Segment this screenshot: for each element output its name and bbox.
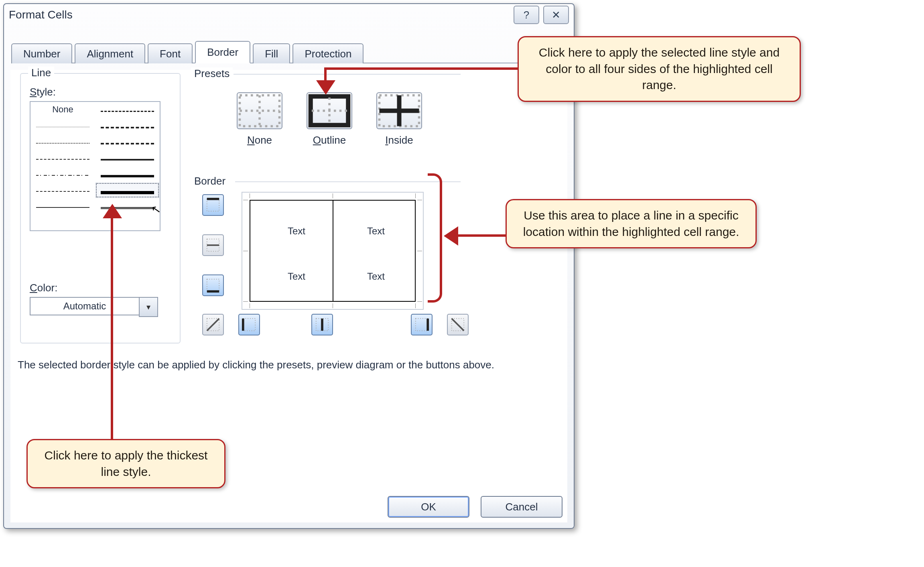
explanation-text: The selected border style can be applied… <box>18 359 560 371</box>
arrowhead-outline <box>316 80 335 95</box>
border-right-icon <box>414 317 429 332</box>
preset-inside-icon <box>377 93 421 128</box>
help-icon: ? <box>524 9 529 21</box>
close-button[interactable]: ✕ <box>543 6 569 24</box>
tab-number[interactable]: Number <box>11 43 72 63</box>
preset-outline-icon <box>307 93 351 128</box>
svg-rect-9 <box>207 199 219 211</box>
arrowhead-border <box>444 226 458 246</box>
preset-none-button[interactable] <box>237 92 282 129</box>
border-top-button[interactable] <box>202 194 224 216</box>
window-buttons: ? ✕ <box>514 6 569 24</box>
line-style-thick[interactable] <box>95 166 160 182</box>
tab-font[interactable]: Font <box>148 43 193 63</box>
border-bottom-icon <box>205 278 221 293</box>
line-style-hairline[interactable] <box>30 118 95 134</box>
presets-row: None Outline <box>237 92 422 146</box>
line-style-medium-dashed[interactable] <box>95 118 160 134</box>
svg-rect-13 <box>207 279 219 291</box>
window-title: Format Cells <box>9 8 73 21</box>
preset-outline-button[interactable] <box>307 92 352 129</box>
color-value-display[interactable]: Automatic <box>30 297 140 315</box>
border-right-button[interactable] <box>411 314 433 335</box>
callout-outline: Click here to apply the selected line st… <box>518 36 801 102</box>
callout-border-area: Use this area to place a line in a speci… <box>506 199 757 248</box>
border-diag-down-icon <box>450 317 465 332</box>
preview-text-tl: Text <box>288 226 305 237</box>
svg-rect-17 <box>243 319 255 331</box>
tab-strip: Number Alignment Font Border Fill Protec… <box>11 40 567 63</box>
border-left-button[interactable] <box>238 314 260 335</box>
preview-mid-vertical <box>333 200 333 302</box>
style-label: Style: <box>30 86 56 98</box>
line-style-medium[interactable] <box>95 150 160 166</box>
presets-divider <box>234 74 461 75</box>
line-group-label: Line <box>28 67 54 79</box>
preset-inside-button[interactable] <box>376 92 422 129</box>
border-preview[interactable]: Text Text Text Text <box>242 192 424 310</box>
arrow-line-thickest <box>111 217 113 440</box>
border-left-icon <box>242 317 257 332</box>
arrowhead-thickest <box>103 204 122 218</box>
arrow-line-outline-h <box>325 67 518 70</box>
preset-inside-label: Inside <box>385 134 413 146</box>
line-group: Line Style: None <box>20 73 181 343</box>
preset-none-label: None <box>247 134 272 146</box>
line-style-none[interactable]: None <box>30 102 95 118</box>
callout-thickest-line: Click here to apply the thickest line st… <box>26 439 225 488</box>
border-mid-h-icon <box>205 238 221 253</box>
preview-text-bl: Text <box>288 271 305 282</box>
tab-fill[interactable]: Fill <box>253 43 290 63</box>
border-diag-down-button[interactable] <box>447 314 469 335</box>
border-mid-v-button[interactable] <box>311 314 333 335</box>
preview-text-br: Text <box>367 271 385 282</box>
svg-rect-21 <box>416 319 428 331</box>
mouse-cursor-icon: ↖ <box>150 202 161 216</box>
svg-line-16 <box>207 319 219 331</box>
line-style-dash-long[interactable] <box>30 182 95 198</box>
border-bottom-button[interactable] <box>202 274 224 296</box>
arrow-line-border <box>457 234 506 237</box>
border-label: Border <box>191 175 229 187</box>
border-bottom-buttons <box>202 314 469 335</box>
line-style-picker: None <box>30 101 160 231</box>
color-dropdown-button[interactable] <box>139 297 158 317</box>
line-style-dotted[interactable] <box>30 134 95 150</box>
preview-text-tr: Text <box>367 226 385 237</box>
line-style-thin[interactable] <box>30 198 95 214</box>
line-style-medium-dash2[interactable] <box>95 134 160 150</box>
tab-border[interactable]: Border <box>195 41 250 63</box>
line-style-dash-dot[interactable] <box>30 166 95 182</box>
border-divider <box>235 181 461 182</box>
ok-button[interactable]: OK <box>388 496 469 518</box>
line-style-dash-small[interactable] <box>30 150 95 166</box>
border-diag-up-icon <box>205 317 221 332</box>
presets-label: Presets <box>191 67 233 80</box>
close-icon: ✕ <box>552 9 560 21</box>
bracket-border-area <box>428 173 442 303</box>
preset-outline-label: Outline <box>313 134 346 146</box>
preset-none-icon <box>238 93 282 128</box>
color-label: Color: <box>30 282 57 294</box>
border-top-icon <box>205 197 221 213</box>
line-style-thickest[interactable] <box>95 182 160 198</box>
help-button[interactable]: ? <box>514 6 539 24</box>
line-style-medium-dashdot[interactable] <box>95 102 160 118</box>
tab-protection[interactable]: Protection <box>292 43 364 63</box>
border-mid-h-button[interactable] <box>202 234 224 256</box>
border-mid-v-icon <box>315 317 330 332</box>
svg-line-24 <box>452 319 464 331</box>
titlebar: Format Cells ? ✕ <box>4 4 574 26</box>
border-side-buttons <box>202 194 224 296</box>
border-diag-up-button[interactable] <box>202 314 224 335</box>
tab-alignment[interactable]: Alignment <box>75 43 145 63</box>
cancel-button[interactable]: Cancel <box>481 496 563 518</box>
